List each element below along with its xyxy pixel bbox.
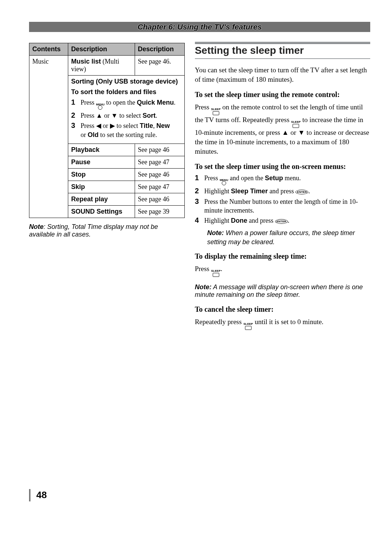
text: Repeatedly press bbox=[195, 318, 244, 326]
step-num: 2 bbox=[195, 187, 201, 195]
onscreen-step-4: 4 Highlight Done and press ENTER. bbox=[195, 216, 370, 225]
quick-menu-label: Quick Menu bbox=[137, 99, 174, 106]
music-table: Contents Description Description Music M… bbox=[29, 43, 185, 218]
text: Press bbox=[195, 103, 211, 111]
music-list-label: Music list bbox=[71, 58, 101, 65]
step-text: , bbox=[153, 122, 156, 129]
subhead-cancel: To cancel the sleep timer: bbox=[195, 305, 370, 314]
enter-button-icon: ENTER bbox=[295, 190, 308, 194]
step-num: 1 bbox=[195, 174, 201, 185]
page-number: 48 bbox=[36, 489, 47, 501]
sort-step-1: 1 Press MENU to open the Quick Menu. bbox=[71, 98, 181, 110]
enter-button-icon: ENTER bbox=[275, 219, 288, 224]
step-num: 4 bbox=[195, 216, 201, 225]
intro-paragraph: You can set the sleep timer to turn off … bbox=[195, 65, 370, 84]
text: until it is set to 0 minute. bbox=[253, 318, 323, 326]
row-label: Repeat play bbox=[71, 195, 108, 203]
step-num: 3 bbox=[71, 121, 78, 139]
cell-skip: Skip bbox=[68, 181, 135, 193]
done-label: Done bbox=[231, 217, 247, 224]
para-remote: Press SLEEP on the remote control to set… bbox=[195, 102, 370, 156]
arrow-down-icon bbox=[111, 112, 118, 119]
new-label: New bbox=[156, 122, 170, 129]
row-label: Stop bbox=[71, 171, 86, 178]
row-label: Playback bbox=[71, 146, 99, 153]
onscreen-step-3: 3 Press the Number buttons to enter the … bbox=[195, 197, 370, 215]
note-left: Note: Sorting, Total Time display may no… bbox=[29, 223, 185, 238]
left-column: Contents Description Description Music M… bbox=[29, 43, 185, 336]
step-text: to set the sorting rule. bbox=[99, 131, 157, 138]
note-text: : Sorting, Total Time display may not be… bbox=[29, 223, 158, 238]
note-text: A message will display on-screen when th… bbox=[195, 283, 363, 298]
sort-step-2: 2 Press or to select Sort. bbox=[71, 111, 181, 120]
cell-repeat: Repeat play bbox=[68, 193, 135, 205]
step-text: . bbox=[156, 112, 158, 119]
chapter-header: Chapter 6: Using the TV's features bbox=[29, 22, 370, 32]
cell-pause-ref: See page 47 bbox=[135, 156, 184, 168]
step-text: Press bbox=[81, 112, 96, 119]
para-display-remaining: Press SLEEP. bbox=[195, 264, 370, 277]
note-label: Note bbox=[29, 223, 44, 230]
sort-label: Sort bbox=[143, 112, 156, 119]
cell-sound-ref: See page 39 bbox=[135, 205, 184, 218]
text: Highlight bbox=[204, 217, 231, 224]
cell-repeat-ref: See page 46 bbox=[135, 193, 184, 205]
sorting-heading: Sorting (Only USB storage device) bbox=[71, 78, 181, 85]
sleep-timer-label: Sleep Timer bbox=[231, 187, 268, 195]
old-label: Old bbox=[88, 131, 99, 138]
right-column: Setting the sleep timer You can set the … bbox=[195, 43, 370, 336]
arrow-left-icon bbox=[96, 122, 101, 129]
page-footer: 48 bbox=[29, 489, 370, 501]
step-num: 3 bbox=[195, 197, 201, 215]
cell-pause: Pause bbox=[68, 156, 135, 168]
text: . bbox=[221, 265, 222, 273]
text: and press bbox=[268, 187, 295, 195]
step-text: Press bbox=[81, 122, 96, 129]
text: Press the Number buttons to enter the le… bbox=[204, 197, 370, 215]
text: Press bbox=[204, 174, 220, 182]
para-cancel: Repeatedly press SLEEP until it is set t… bbox=[195, 317, 370, 330]
note-label: Note: bbox=[195, 283, 212, 291]
step-num: 1 bbox=[71, 98, 78, 110]
cell-sorting: Sorting (Only USB storage device) To sor… bbox=[68, 76, 185, 144]
text: Highlight bbox=[204, 187, 231, 195]
step-num: 2 bbox=[71, 111, 78, 120]
cell-stop-ref: See page 46 bbox=[135, 168, 184, 181]
section-rule: Setting the sleep timer bbox=[195, 43, 370, 59]
step-text: to open the bbox=[105, 99, 137, 106]
cell-contents: Music bbox=[29, 56, 68, 218]
text: and press bbox=[247, 217, 275, 224]
chapter-title: Chapter 6: Using the TV's features bbox=[136, 23, 263, 31]
th-description-1: Description bbox=[68, 43, 135, 56]
cell-playback: Playback bbox=[68, 144, 135, 156]
row-label: Skip bbox=[71, 183, 85, 190]
arrow-down-icon bbox=[298, 129, 305, 136]
text: menu. bbox=[283, 174, 301, 182]
onscreen-step-1: 1 Press MENU and open the Setup menu. bbox=[195, 174, 370, 185]
menu-button-icon: MENU bbox=[96, 103, 105, 110]
step-text: or bbox=[81, 131, 88, 138]
tosort-heading: To sort the folders and files bbox=[71, 88, 181, 96]
title-label: Title bbox=[140, 122, 153, 129]
subhead-onscreen: To set the sleep timer using the on-scre… bbox=[195, 162, 370, 171]
note-label: Note: bbox=[207, 229, 224, 237]
subhead-display-remaining: To display the remaining sleep time: bbox=[195, 252, 370, 261]
arrow-right-icon bbox=[110, 122, 115, 129]
text: and open the bbox=[228, 174, 265, 182]
cell-music-list-ref: See page 46. bbox=[135, 56, 184, 76]
arrow-up-icon bbox=[96, 112, 103, 119]
setup-label: Setup bbox=[265, 174, 283, 182]
step-text: Press bbox=[81, 99, 96, 106]
note-text: When a power failure occurs, the sleep t… bbox=[207, 229, 355, 245]
text: Press bbox=[195, 265, 211, 273]
note-power-failure: Note: When a power failure occurs, the s… bbox=[207, 229, 370, 246]
step-text: . bbox=[174, 99, 176, 106]
sleep-button-icon: SLEEP bbox=[211, 108, 221, 115]
cell-sound: SOUND Settings bbox=[68, 205, 135, 218]
sort-step-3: 3 Press or to select Title, New or Old t… bbox=[71, 121, 181, 139]
arrow-up-icon bbox=[282, 129, 289, 136]
cell-music-list: Music list (Multi view) bbox=[68, 56, 135, 76]
row-label: Pause bbox=[71, 158, 90, 166]
step-text: to select bbox=[118, 112, 142, 119]
sleep-button-icon: SLEEP bbox=[291, 121, 301, 128]
